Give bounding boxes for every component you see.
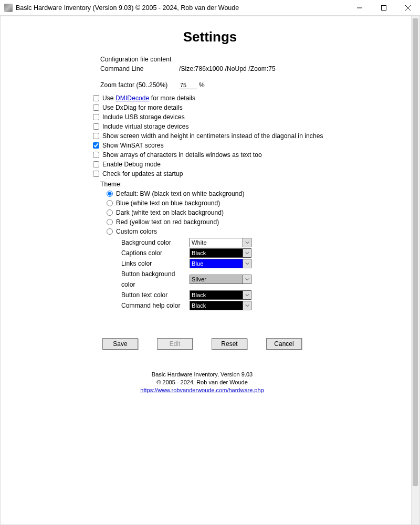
radio-theme-custom[interactable] (107, 228, 113, 235)
check-char-arrays[interactable] (93, 152, 99, 158)
check-debug[interactable] (93, 161, 99, 167)
page-title: Settings (16, 29, 404, 45)
check-updates[interactable] (93, 171, 99, 177)
check-virtual-label: Include virtual storage devices (102, 122, 189, 131)
scrollbar[interactable] (411, 16, 419, 524)
bg-color-value: White (192, 237, 207, 248)
radio-theme-blue[interactable] (107, 200, 113, 206)
check-virtual[interactable] (93, 123, 99, 130)
chevron-down-icon (243, 259, 251, 268)
scrollbar-thumb[interactable] (413, 18, 418, 486)
check-usb[interactable] (93, 114, 99, 120)
captions-color-select[interactable]: Black (190, 248, 251, 258)
footer-link[interactable]: https://www.robvanderwoude.com/hardware.… (140, 387, 264, 393)
check-dmidecode-label: Use DMIDecode for more details (102, 93, 195, 103)
button-bg-color-label: Button background color (121, 269, 190, 290)
cmdhelp-color-select[interactable]: Black (190, 301, 251, 310)
radio-theme-custom-label: Custom colors (116, 227, 157, 236)
radio-theme-default[interactable] (107, 191, 113, 197)
theme-title: Theme: (100, 180, 404, 189)
check-updates-label: Check for updates at startup (102, 169, 183, 178)
check-dxdiag-label: Use DxDiag for more details (102, 103, 183, 112)
window-title: Basic Hardware Inventory (Version 9.03) … (16, 4, 239, 12)
edit-button[interactable]: Edit (157, 338, 193, 350)
maximize-button[interactable] (372, 0, 396, 16)
check-dxdiag[interactable] (93, 104, 99, 111)
check-winsat-label: Show WinSAT scores (102, 141, 164, 150)
check-screen-cm[interactable] (93, 133, 99, 139)
zoom-percent: % (199, 81, 205, 89)
button-text-color-label: Button text color (121, 290, 190, 300)
check-debug-label: Enable Debug mode (102, 160, 161, 169)
button-bg-color-select[interactable]: Silver (190, 275, 251, 284)
app-icon (4, 4, 13, 12)
client-area: Settings Configuration file content Comm… (0, 16, 420, 525)
save-button[interactable]: Save (102, 338, 138, 350)
radio-theme-red[interactable] (107, 219, 113, 225)
footer-line1: Basic Hardware Inventory, Version 9.03 (16, 371, 388, 379)
captions-color-value: Black (192, 248, 206, 258)
config-file-label: Configuration file content (100, 55, 179, 64)
captions-color-label: Captions color (121, 248, 190, 258)
links-color-select[interactable]: Blue (190, 259, 251, 268)
links-color-label: Links color (121, 258, 190, 269)
button-bg-color-value: Silver (192, 274, 206, 285)
button-text-color-value: Black (192, 290, 206, 300)
cancel-button[interactable]: Cancel (266, 338, 302, 350)
check-screen-cm-label: Show screen width and height in centimet… (102, 131, 323, 141)
radio-theme-default-label: Default: BW (black text on white backgro… (116, 189, 245, 198)
dmidecode-link[interactable]: DMIDecode (116, 94, 149, 102)
footer-line2: © 2005 - 2024, Rob van der Woude (16, 379, 388, 386)
chevron-down-icon (243, 291, 251, 299)
close-button[interactable] (396, 0, 420, 16)
check-dmidecode[interactable] (93, 95, 99, 101)
radio-theme-dark-label: Dark (white text on black background) (116, 208, 224, 217)
bg-color-label: Background color (121, 237, 190, 248)
chevron-down-icon (243, 249, 251, 257)
cmdhelp-color-value: Black (192, 300, 206, 311)
chevron-down-icon (243, 301, 251, 310)
reset-button[interactable]: Reset (212, 338, 247, 350)
bg-color-select[interactable]: White (190, 238, 251, 247)
check-char-arrays-label: Show arrays of characters in details win… (102, 150, 262, 160)
links-color-value: Blue (192, 258, 203, 269)
check-winsat[interactable] (93, 142, 99, 149)
radio-theme-blue-label: Blue (white text on blue background) (116, 198, 220, 208)
radio-theme-red-label: Red (yellow text on red background) (116, 217, 219, 227)
radio-theme-dark[interactable] (107, 209, 113, 216)
cmdhelp-color-label: Command help color (121, 300, 190, 311)
zoom-label: Zoom factor (50..250%) (100, 81, 179, 89)
button-text-color-select[interactable]: Black (190, 290, 251, 300)
zoom-input[interactable] (179, 81, 197, 89)
check-usb-label: Include USB storage devices (102, 112, 185, 122)
svg-rect-1 (382, 5, 386, 10)
chevron-down-icon (243, 275, 251, 284)
chevron-down-icon (243, 238, 251, 247)
minimize-button[interactable] (348, 0, 372, 16)
footer: Basic Hardware Inventory, Version 9.03 ©… (16, 371, 404, 394)
title-bar: Basic Hardware Inventory (Version 9.03) … (0, 0, 420, 16)
cmdline-value: /Size:786x1000 /NoUpd /Zoom:75 (179, 64, 276, 74)
cmdline-label: Command Line (100, 64, 179, 74)
